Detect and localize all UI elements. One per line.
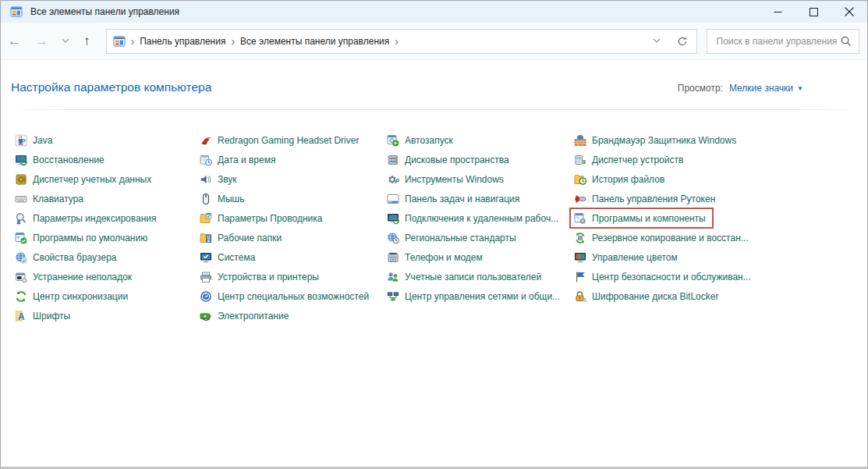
forward-icon[interactable]: → <box>28 34 55 48</box>
item-label: Центр безопасности и обслуживан... <box>592 272 751 282</box>
breadcrumb-chevron-icon[interactable]: › <box>126 36 140 47</box>
control-panel-item[interactable]: Подключения к удаленным рабоч... <box>387 208 558 228</box>
item-label: Центр управления сетями и общи... <box>405 291 560 302</box>
control-panel-item[interactable]: Региональные стандарты <box>387 228 516 247</box>
item-label: Автозапуск <box>405 135 453 146</box>
control-panel-item[interactable]: Звук <box>200 169 237 189</box>
bitlocker-icon <box>574 290 586 303</box>
navigation-bar: ← → ↑ › Панель управления › Все элементы… <box>1 23 867 60</box>
item-label: Дата и время <box>218 155 275 165</box>
control-panel-item[interactable]: Redragon Gaming Headset Driver <box>200 130 359 150</box>
control-panel-item[interactable]: Диспетчер устройств <box>574 150 683 169</box>
control-panel-item[interactable]: Автозапуск <box>387 130 453 150</box>
item-label: Устройства и принтеры <box>218 272 319 282</box>
control-panel-item[interactable]: Параметры Проводника <box>200 208 322 228</box>
control-panel-item[interactable]: Резервное копирование и восстан... <box>574 228 749 247</box>
view-dropdown[interactable]: Мелкие значки ▼ <box>729 83 803 94</box>
security-maintenance-icon <box>574 271 586 283</box>
fonts-icon: A <box>15 310 27 322</box>
control-panel-item[interactable]: Устранение неполадок <box>15 267 132 286</box>
recent-pages-chevron-icon[interactable] <box>55 38 76 44</box>
control-panel-item[interactable]: Управление цветом <box>574 247 678 267</box>
control-panel-item[interactable]: Устройства и принтеры <box>200 267 319 286</box>
item-label: Управление цветом <box>592 252 678 263</box>
close-button[interactable] <box>831 1 867 23</box>
minimize-button[interactable] <box>760 1 795 23</box>
nav-arrows: ← → ↑ <box>1 34 98 48</box>
titlebar: Все элементы панели управления <box>1 1 867 23</box>
network-sharing-icon <box>387 290 399 303</box>
control-panel-item[interactable]: Центр управления сетями и общи... <box>387 286 560 306</box>
window-title: Все элементы панели управления <box>30 6 179 17</box>
breadcrumb-chevron-icon[interactable]: › <box>389 36 404 47</box>
control-panel-item[interactable]: Электропитание <box>200 306 289 325</box>
item-label: Учетные записи пользователей <box>405 272 541 282</box>
svg-text:A: A <box>18 311 25 322</box>
view-selector: Просмотр: Мелкие значки ▼ <box>678 83 803 94</box>
control-panel-item[interactable]: Панель задач и навигация <box>387 189 519 208</box>
item-label: Брандмауэр Защитника Windows <box>592 135 736 146</box>
control-panel-item[interactable]: Программы и компоненты <box>574 208 706 228</box>
ease-of-access-icon <box>200 290 212 303</box>
control-panel-item[interactable]: Дисковые пространства <box>387 150 509 169</box>
control-panel-item[interactable]: Диспетчер учетных данных <box>15 169 151 189</box>
explorer-options-icon <box>200 212 212 225</box>
breadcrumb-item-all-items[interactable]: Все элементы панели управления <box>240 36 389 47</box>
item-label: Восстановление <box>33 155 105 165</box>
items-column: JavaВосстановлениеДиспетчер учетных данн… <box>15 130 194 325</box>
breadcrumb-right-controls <box>653 35 689 48</box>
page-title: Настройка параметров компьютера <box>11 80 211 94</box>
rutoken-icon <box>574 193 586 205</box>
control-panel-item[interactable]: Брандмауэр Защитника Windows <box>574 130 736 150</box>
search-icon[interactable] <box>840 35 852 48</box>
control-panel-item[interactable]: Java <box>15 130 52 150</box>
control-panel-item[interactable]: Система <box>200 247 255 267</box>
autoplay-icon <box>387 134 399 147</box>
control-panel-item[interactable]: Клавиатура <box>15 189 83 208</box>
item-label: Центр специальных возможностей <box>218 291 369 302</box>
control-panel-item[interactable]: Восстановление <box>15 150 105 169</box>
control-panel-item[interactable]: Шифрование диска BitLocker <box>574 286 718 306</box>
control-panel-item[interactable]: Параметры индексирования <box>15 208 156 228</box>
control-panel-item[interactable]: Центр синхронизации <box>15 286 128 306</box>
items-column: АвтозапускДисковые пространстваИнструмен… <box>387 130 569 306</box>
item-label: Система <box>218 252 255 263</box>
breadcrumb[interactable]: › Панель управления › Все элементы панел… <box>106 29 697 54</box>
minimize-icon <box>774 8 782 16</box>
search-input[interactable] <box>715 35 840 48</box>
view-label: Просмотр: <box>678 83 723 94</box>
item-label: Панель задач и навигация <box>405 194 519 204</box>
close-icon <box>845 7 854 16</box>
control-panel-item[interactable]: Учетные записи пользователей <box>387 267 541 286</box>
breadcrumb-item-control-panel[interactable]: Панель управления <box>140 36 225 47</box>
back-icon[interactable]: ← <box>1 34 28 48</box>
credential-manager-icon <box>15 173 27 186</box>
maximize-button[interactable] <box>795 1 831 23</box>
default-programs-icon <box>15 232 27 244</box>
address-dropdown-chevron-icon[interactable] <box>653 38 661 44</box>
search-box[interactable] <box>707 29 859 54</box>
control-panel-item[interactable]: Инструменты Windows <box>387 169 504 189</box>
programs-features-icon <box>574 212 586 225</box>
control-panel-item[interactable]: Мышь <box>200 189 245 208</box>
control-panel-item[interactable]: Дата и время <box>200 150 275 169</box>
breadcrumb-chevron-icon[interactable]: › <box>225 36 240 47</box>
refresh-icon[interactable] <box>676 35 689 48</box>
control-panel-item[interactable]: AШрифты <box>15 306 70 325</box>
item-label: Шифрование диска BitLocker <box>592 291 718 302</box>
item-label: Инструменты Windows <box>405 174 504 185</box>
control-panel-item[interactable]: Рабочие папки <box>200 228 282 247</box>
control-panel-item[interactable]: Телефон и модем <box>387 247 483 267</box>
remote-desktop-icon <box>387 212 399 225</box>
control-panel-item[interactable]: История файлов <box>574 169 664 189</box>
control-panel-item[interactable]: Панель управления Рутокен <box>574 189 715 208</box>
phone-modem-icon <box>387 251 399 264</box>
redragon-icon <box>200 134 212 147</box>
up-icon[interactable]: ↑ <box>76 34 98 48</box>
control-panel-item[interactable]: Программы по умолчанию <box>15 228 147 247</box>
control-panel-item[interactable]: Центр безопасности и обслуживан... <box>574 267 751 286</box>
control-panel-item[interactable]: Свойства браузера <box>15 247 117 267</box>
control-panel-item[interactable]: Центр специальных возможностей <box>200 286 369 306</box>
window: Все элементы панели управления ← → ↑ › <box>0 0 868 469</box>
items-column: Redragon Gaming Headset DriverДата и вре… <box>200 130 381 325</box>
